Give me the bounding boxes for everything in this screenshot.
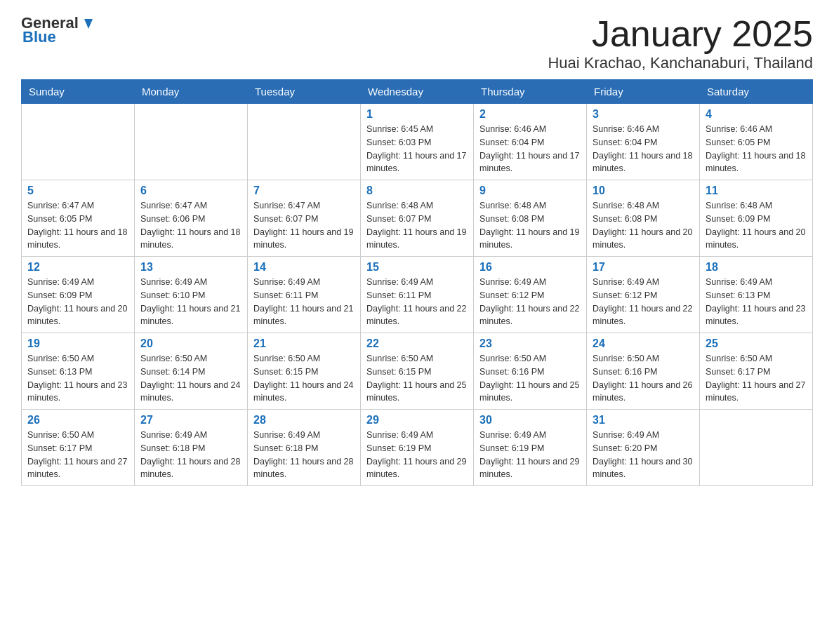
day-number: 26 (27, 414, 128, 427)
calendar-cell: 3Sunrise: 6:46 AMSunset: 6:04 PMDaylight… (587, 104, 700, 180)
day-number: 16 (479, 261, 581, 274)
day-number: 19 (27, 337, 128, 350)
calendar-cell: 12Sunrise: 6:49 AMSunset: 6:09 PMDayligh… (22, 257, 135, 333)
day-info: Sunrise: 6:50 AMSunset: 6:14 PMDaylight:… (140, 352, 241, 405)
day-info: Sunrise: 6:46 AMSunset: 6:05 PMDaylight:… (706, 123, 807, 175)
month-title: January 2025 (548, 14, 813, 54)
day-info: Sunrise: 6:49 AMSunset: 6:18 PMDaylight:… (253, 429, 355, 481)
calendar-cell: 15Sunrise: 6:49 AMSunset: 6:11 PMDayligh… (361, 257, 474, 333)
day-info: Sunrise: 6:50 AMSunset: 6:16 PMDaylight:… (479, 352, 581, 405)
day-number: 18 (706, 261, 807, 274)
page-header: General Blue January 2025 Huai Krachao, … (21, 14, 813, 72)
day-info: Sunrise: 6:50 AMSunset: 6:15 PMDaylight:… (253, 352, 355, 405)
logo-triangle-icon (80, 16, 95, 32)
calendar-cell: 9Sunrise: 6:48 AMSunset: 6:08 PMDaylight… (474, 180, 587, 257)
day-info: Sunrise: 6:49 AMSunset: 6:11 PMDaylight:… (366, 276, 468, 328)
day-number: 15 (366, 261, 468, 274)
calendar-cell: 19Sunrise: 6:50 AMSunset: 6:13 PMDayligh… (22, 333, 135, 410)
day-info: Sunrise: 6:48 AMSunset: 6:09 PMDaylight:… (706, 199, 807, 252)
calendar-cell: 30Sunrise: 6:49 AMSunset: 6:19 PMDayligh… (474, 410, 587, 486)
day-number: 8 (366, 185, 468, 197)
calendar-cell: 1Sunrise: 6:45 AMSunset: 6:03 PMDaylight… (361, 104, 474, 180)
day-number: 24 (593, 337, 694, 350)
day-number: 7 (253, 185, 355, 197)
day-info: Sunrise: 6:49 AMSunset: 6:09 PMDaylight:… (27, 276, 128, 328)
calendar-week-row: 1Sunrise: 6:45 AMSunset: 6:03 PMDaylight… (22, 104, 813, 180)
calendar-week-row: 5Sunrise: 6:47 AMSunset: 6:05 PMDaylight… (22, 180, 813, 257)
calendar-cell: 18Sunrise: 6:49 AMSunset: 6:13 PMDayligh… (700, 257, 813, 333)
day-info: Sunrise: 6:49 AMSunset: 6:19 PMDaylight:… (479, 429, 581, 481)
calendar-cell: 11Sunrise: 6:48 AMSunset: 6:09 PMDayligh… (700, 180, 813, 257)
day-info: Sunrise: 6:50 AMSunset: 6:17 PMDaylight:… (706, 352, 807, 405)
day-number: 30 (479, 414, 581, 427)
calendar-week-row: 12Sunrise: 6:49 AMSunset: 6:09 PMDayligh… (22, 257, 813, 333)
calendar-cell: 16Sunrise: 6:49 AMSunset: 6:12 PMDayligh… (474, 257, 587, 333)
day-info: Sunrise: 6:50 AMSunset: 6:13 PMDaylight:… (27, 352, 128, 405)
day-number: 23 (479, 337, 581, 350)
title-block: January 2025 Huai Krachao, Kanchanaburi,… (548, 14, 813, 72)
day-number: 13 (140, 261, 241, 274)
day-info: Sunrise: 6:48 AMSunset: 6:08 PMDaylight:… (593, 199, 694, 252)
day-number: 28 (253, 414, 355, 427)
day-info: Sunrise: 6:47 AMSunset: 6:06 PMDaylight:… (140, 199, 241, 252)
day-number: 1 (366, 108, 468, 121)
day-number: 21 (253, 337, 355, 350)
calendar-header-monday: Monday (135, 80, 248, 104)
day-info: Sunrise: 6:49 AMSunset: 6:12 PMDaylight:… (593, 276, 694, 328)
day-number: 14 (253, 261, 355, 274)
calendar-cell: 27Sunrise: 6:49 AMSunset: 6:18 PMDayligh… (135, 410, 248, 486)
day-number: 27 (140, 414, 241, 427)
calendar-header-saturday: Saturday (700, 80, 813, 104)
calendar-cell: 22Sunrise: 6:50 AMSunset: 6:15 PMDayligh… (361, 333, 474, 410)
calendar-cell: 20Sunrise: 6:50 AMSunset: 6:14 PMDayligh… (135, 333, 248, 410)
day-info: Sunrise: 6:49 AMSunset: 6:20 PMDaylight:… (593, 429, 694, 481)
day-info: Sunrise: 6:49 AMSunset: 6:19 PMDaylight:… (366, 429, 468, 481)
calendar-header-tuesday: Tuesday (248, 80, 361, 104)
day-number: 10 (593, 185, 694, 197)
calendar-header-wednesday: Wednesday (361, 80, 474, 104)
calendar-header-thursday: Thursday (474, 80, 587, 104)
logo: General Blue (21, 14, 95, 46)
calendar-table: SundayMondayTuesdayWednesdayThursdayFrid… (21, 79, 813, 486)
day-number: 20 (140, 337, 241, 350)
location-title: Huai Krachao, Kanchanaburi, Thailand (548, 54, 813, 72)
day-info: Sunrise: 6:49 AMSunset: 6:12 PMDaylight:… (479, 276, 581, 328)
calendar-cell: 21Sunrise: 6:50 AMSunset: 6:15 PMDayligh… (248, 333, 361, 410)
day-info: Sunrise: 6:50 AMSunset: 6:17 PMDaylight:… (27, 429, 128, 481)
calendar-cell: 17Sunrise: 6:49 AMSunset: 6:12 PMDayligh… (587, 257, 700, 333)
day-info: Sunrise: 6:49 AMSunset: 6:13 PMDaylight:… (706, 276, 807, 328)
day-number: 12 (27, 261, 128, 274)
day-info: Sunrise: 6:49 AMSunset: 6:18 PMDaylight:… (140, 429, 241, 481)
svg-marker-0 (84, 19, 93, 29)
calendar-cell: 4Sunrise: 6:46 AMSunset: 6:05 PMDaylight… (700, 104, 813, 180)
calendar-cell: 25Sunrise: 6:50 AMSunset: 6:17 PMDayligh… (700, 333, 813, 410)
day-number: 9 (479, 185, 581, 197)
day-number: 5 (27, 185, 128, 197)
day-info: Sunrise: 6:47 AMSunset: 6:07 PMDaylight:… (253, 199, 355, 252)
day-number: 22 (366, 337, 468, 350)
calendar-header-row: SundayMondayTuesdayWednesdayThursdayFrid… (22, 80, 813, 104)
day-info: Sunrise: 6:45 AMSunset: 6:03 PMDaylight:… (366, 123, 468, 175)
day-number: 25 (706, 337, 807, 350)
calendar-cell: 7Sunrise: 6:47 AMSunset: 6:07 PMDaylight… (248, 180, 361, 257)
calendar-header-friday: Friday (587, 80, 700, 104)
day-info: Sunrise: 6:46 AMSunset: 6:04 PMDaylight:… (593, 123, 694, 175)
calendar-cell: 8Sunrise: 6:48 AMSunset: 6:07 PMDaylight… (361, 180, 474, 257)
day-info: Sunrise: 6:50 AMSunset: 6:15 PMDaylight:… (366, 352, 468, 405)
day-number: 29 (366, 414, 468, 427)
calendar-cell: 13Sunrise: 6:49 AMSunset: 6:10 PMDayligh… (135, 257, 248, 333)
calendar-week-row: 19Sunrise: 6:50 AMSunset: 6:13 PMDayligh… (22, 333, 813, 410)
calendar-cell: 2Sunrise: 6:46 AMSunset: 6:04 PMDaylight… (474, 104, 587, 180)
calendar-cell: 5Sunrise: 6:47 AMSunset: 6:05 PMDaylight… (22, 180, 135, 257)
calendar-cell (248, 104, 361, 180)
calendar-cell: 23Sunrise: 6:50 AMSunset: 6:16 PMDayligh… (474, 333, 587, 410)
day-number: 4 (706, 108, 807, 121)
calendar-cell: 6Sunrise: 6:47 AMSunset: 6:06 PMDaylight… (135, 180, 248, 257)
day-info: Sunrise: 6:46 AMSunset: 6:04 PMDaylight:… (479, 123, 581, 175)
calendar-cell: 10Sunrise: 6:48 AMSunset: 6:08 PMDayligh… (587, 180, 700, 257)
calendar-cell: 26Sunrise: 6:50 AMSunset: 6:17 PMDayligh… (22, 410, 135, 486)
day-info: Sunrise: 6:47 AMSunset: 6:05 PMDaylight:… (27, 199, 128, 252)
day-info: Sunrise: 6:48 AMSunset: 6:08 PMDaylight:… (479, 199, 581, 252)
day-number: 11 (706, 185, 807, 197)
calendar-cell: 28Sunrise: 6:49 AMSunset: 6:18 PMDayligh… (248, 410, 361, 486)
